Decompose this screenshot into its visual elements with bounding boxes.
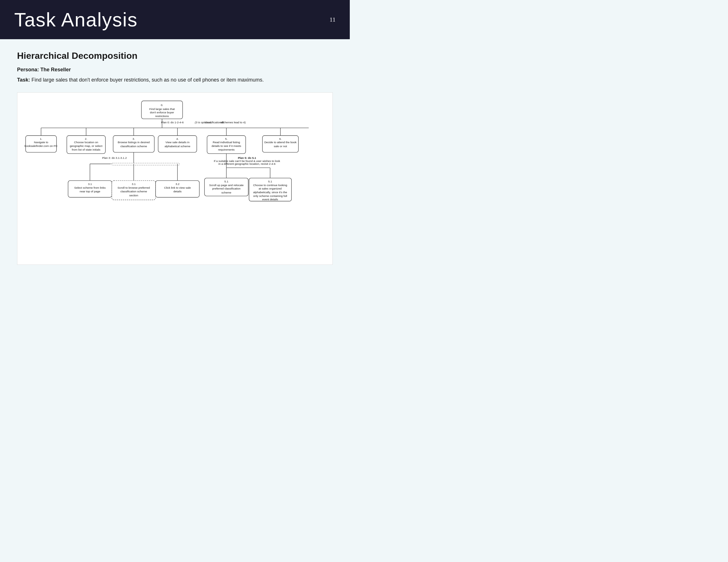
svg-text:in a different geographic loca: in a different geographic location, revi… bbox=[218, 162, 276, 165]
svg-text:only scheme containing full: only scheme containing full bbox=[253, 194, 287, 198]
svg-text:alphabetically, since it's the: alphabetically, since it's the bbox=[253, 191, 287, 194]
svg-text:classification schemes lead to: classification schemes lead to 4) bbox=[205, 121, 246, 124]
svg-text:5.1: 5.1 bbox=[224, 180, 228, 183]
svg-text:restrictions: restrictions bbox=[155, 115, 169, 118]
svg-text:0.: 0. bbox=[161, 103, 163, 107]
svg-text:Navigate to: Navigate to bbox=[34, 141, 48, 144]
svg-text:details to see if it meets: details to see if it meets bbox=[212, 144, 241, 148]
svg-text:scheme: scheme bbox=[222, 191, 231, 194]
persona-label: Persona: The Reseller bbox=[17, 67, 333, 73]
svg-text:Scroll up page and relocate: Scroll up page and relocate bbox=[209, 184, 244, 187]
svg-text:from list of state initials: from list of state initials bbox=[72, 148, 100, 151]
svg-text:requirements: requirements bbox=[218, 148, 235, 151]
svg-text:2.: 2. bbox=[85, 137, 87, 140]
task-description: Task: Find large sales that don't enforc… bbox=[17, 76, 333, 84]
svg-text:Plan 0: do 1-2-4-6: Plan 0: do 1-2-4-6 bbox=[161, 121, 184, 124]
svg-text:Choose location on: Choose location on bbox=[74, 141, 98, 144]
svg-text:preferred classification: preferred classification bbox=[212, 187, 240, 190]
svg-text:section: section bbox=[129, 194, 138, 197]
svg-text:6.: 6. bbox=[279, 137, 282, 140]
svg-rect-50 bbox=[112, 163, 179, 165]
svg-text:5.1: 5.1 bbox=[268, 180, 272, 183]
svg-text:3.1: 3.1 bbox=[88, 183, 92, 186]
diagram-container: 0. Find large sales that don't enforce b… bbox=[17, 92, 333, 265]
content-area: Hierarchical Decomposition Persona: The … bbox=[0, 39, 350, 276]
svg-text:Click link to view sale: Click link to view sale bbox=[164, 186, 191, 189]
svg-text:alphabetical scheme: alphabetical scheme bbox=[165, 145, 191, 148]
svg-text:3.1: 3.1 bbox=[132, 183, 136, 186]
svg-text:5.: 5. bbox=[225, 137, 227, 140]
svg-text:classification scheme: classification scheme bbox=[120, 190, 147, 193]
svg-text:Read individual listing: Read individual listing bbox=[213, 141, 240, 144]
svg-text:classification scheme: classification scheme bbox=[120, 145, 147, 148]
svg-text:booksalefinder.com on PC: booksalefinder.com on PC bbox=[24, 144, 57, 148]
svg-text:1.: 1. bbox=[40, 137, 42, 140]
svg-text:event details: event details bbox=[262, 198, 278, 201]
svg-text:Browse listings in desired: Browse listings in desired bbox=[118, 141, 150, 144]
svg-text:View sale details in: View sale details in bbox=[166, 141, 189, 144]
svg-text:Choose to continue looking: Choose to continue looking bbox=[253, 184, 287, 187]
svg-text:details: details bbox=[173, 190, 182, 193]
svg-text:sale or not: sale or not bbox=[274, 145, 287, 148]
svg-text:Plan 3: do 3.1-3.1.2: Plan 3: do 3.1-3.1.2 bbox=[102, 156, 127, 159]
svg-text:Scroll to browse preferred: Scroll to browse preferred bbox=[117, 186, 150, 189]
page-number: 11 bbox=[330, 16, 336, 23]
task-analysis-diagram: 0. Find large sales that don't enforce b… bbox=[23, 98, 327, 258]
svg-text:near top of page: near top of page bbox=[80, 190, 100, 193]
svg-text:3.2: 3.2 bbox=[175, 183, 179, 186]
svg-text:Decide to attend the book: Decide to attend the book bbox=[264, 141, 296, 144]
svg-text:Plan 5: do 5.1: Plan 5: do 5.1 bbox=[238, 156, 256, 159]
svg-text:at sales organized: at sales organized bbox=[259, 187, 282, 190]
svg-text:3.: 3. bbox=[133, 137, 135, 140]
section-title: Hierarchical Decomposition bbox=[17, 51, 333, 61]
svg-text:4.: 4. bbox=[176, 137, 179, 140]
svg-text:geographic map, or select: geographic map, or select bbox=[70, 144, 103, 148]
page-title: Task Analysis bbox=[14, 9, 138, 31]
task-text-body: Find large sales that don't enforce buye… bbox=[32, 77, 264, 83]
svg-text:Find large sales that: Find large sales that bbox=[149, 107, 175, 111]
page-header: Task Analysis 11 bbox=[0, 0, 350, 39]
svg-text:don't enforce buyer: don't enforce buyer bbox=[150, 111, 174, 114]
task-label: Task: bbox=[17, 77, 32, 83]
svg-text:Select scheme from links: Select scheme from links bbox=[74, 186, 106, 189]
